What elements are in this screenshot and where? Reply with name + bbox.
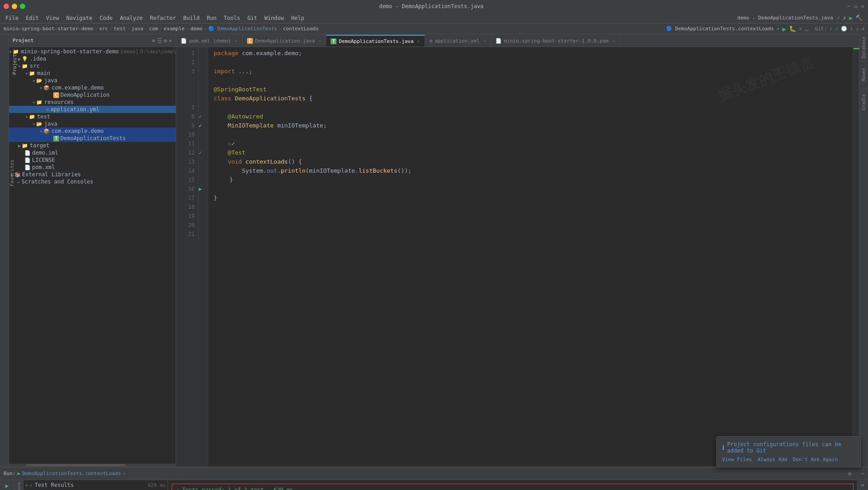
res-expand: ▾ [33, 100, 35, 105]
window-restore-icon[interactable]: ▭ [854, 3, 858, 9]
tab-pom-full[interactable]: 📄 minio-spring-boot-starter-1.0.0.pom ✕ [491, 35, 620, 47]
tree-scratches[interactable]: ✏ Scratches and Consoles [9, 178, 176, 185]
menu-file[interactable]: File [2, 14, 22, 22]
window-close-icon[interactable]: ✕ [861, 3, 864, 9]
run-play-tool[interactable]: ▶ [2, 482, 12, 490]
breadcrumb-example[interactable]: example [164, 26, 185, 32]
gradle-tab[interactable]: Gradle [859, 89, 868, 116]
run-play-button[interactable]: ▶ [782, 25, 786, 33]
tree-root[interactable]: ▾ 📁 minio-spring-boot-starter-demo [demo… [9, 48, 176, 55]
window-minimize-icon[interactable]: ─ [847, 3, 850, 9]
menu-window[interactable]: Window [261, 14, 287, 22]
tree-ext-libs[interactable]: ▶ 📚 External Libraries [9, 171, 176, 178]
breadcrumb-test[interactable]: test [114, 26, 126, 32]
tree-package[interactable]: ▾ 📦 com.example.demo [9, 84, 176, 91]
git-checkmark-icon[interactable]: ✓ [837, 14, 840, 21]
favorites-tab[interactable]: Favorites [9, 155, 15, 191]
menu-run[interactable]: Run [203, 14, 220, 22]
run-tab-close[interactable]: ✕ [123, 471, 126, 476]
tree-application-yml[interactable]: ⚙ application.yml [9, 106, 176, 113]
git-view-files-link[interactable]: View Files [722, 457, 752, 462]
pom-tab-close[interactable]: ✕ [235, 38, 238, 43]
tree-src[interactable]: ▾ 📁 src [9, 62, 176, 70]
menu-build[interactable]: Build [180, 14, 203, 22]
project-tab[interactable]: Project [12, 47, 18, 83]
tree-demo-app[interactable]: C DemoApplication [9, 91, 176, 99]
close-button[interactable] [4, 4, 9, 9]
git-dismiss-link[interactable]: Don't Ask Again [793, 457, 837, 462]
tab-pom[interactable]: 📄 pom.xml (demo) ✕ [176, 35, 243, 47]
yml-tab-close[interactable]: ✕ [483, 38, 486, 43]
maven-tab[interactable]: Maven [859, 61, 868, 89]
build-icon[interactable]: 🔨 [855, 14, 863, 21]
menu-navigate[interactable]: Navigate [63, 14, 96, 22]
menu-edit[interactable]: Edit [22, 14, 42, 22]
git-x-icon[interactable]: ✗ [843, 14, 846, 21]
breadcrumb-src[interactable]: src [99, 26, 108, 32]
tab-demo-tests[interactable]: T DemoApplicationTests.java ✕ [326, 35, 425, 47]
tree-idea[interactable]: ▶ 💡 .idea [9, 55, 176, 62]
breadcrumb-com[interactable]: com [149, 26, 158, 32]
breadcrumb-method[interactable]: contextLoads [283, 26, 318, 32]
tree-target[interactable]: ▶ 📁 target [9, 142, 176, 149]
run-config-bar: 🔵 DemoApplicationTests.contextLoads ▾ ▶ … [666, 25, 864, 33]
structure-tab[interactable]: Structure [14, 480, 23, 490]
tree-demo-iml[interactable]: 📄 demo.iml [9, 149, 176, 156]
panel-sort-icon[interactable]: ☰ [157, 38, 162, 44]
breadcrumb-project[interactable]: minio-spring-boot-starter-demo [4, 26, 93, 32]
git-push-icon[interactable]: ↑ [850, 26, 853, 32]
git-pull-icon[interactable]: ↓ [856, 26, 859, 32]
run-panel: Run: ▶ DemoApplicationTests.contextLoads… [0, 466, 868, 490]
menu-refactor[interactable]: Refactor [146, 14, 180, 22]
breadcrumb-demo[interactable]: demo [191, 26, 203, 32]
breadcrumb-class[interactable]: 🔵 DemoApplicationTests [208, 26, 277, 32]
tree-test-package[interactable]: ▾ 📦 com.example.demo [9, 127, 176, 135]
test-results-root[interactable]: ▾ ✓ Test Results 629 ms [23, 481, 168, 489]
menu-analyze[interactable]: Analyze [116, 14, 146, 22]
code-line-16: void contextLoads() { [214, 157, 853, 166]
right-scroll-gutter[interactable] [853, 47, 859, 466]
tree-demo-tests[interactable]: T DemoApplicationTests [9, 135, 176, 142]
git-x-header[interactable]: ✓ [835, 26, 839, 32]
tab-demo-app[interactable]: C DemoApplication.java ✕ [243, 35, 326, 47]
git-always-add-link[interactable]: Always Add [757, 457, 787, 462]
run-icon[interactable]: ▶ [849, 14, 853, 21]
test-label: test [37, 113, 50, 120]
menu-tools[interactable]: Tools [220, 14, 244, 22]
menu-code[interactable]: Code [96, 14, 117, 22]
tree-test[interactable]: ▾ 📁 test [9, 113, 176, 120]
pom-full-tab-close[interactable]: ✕ [612, 38, 615, 43]
run-config-dropdown[interactable]: ▾ [777, 26, 780, 32]
minimize-button[interactable] [12, 4, 17, 9]
tree-java[interactable]: ▾ 📂 java [9, 77, 176, 84]
demo-app-tab-close[interactable]: ✕ [318, 38, 321, 43]
project-scrollbar[interactable] [9, 464, 176, 466]
menu-help[interactable]: Help [288, 14, 308, 22]
database-tab[interactable]: Database [859, 34, 868, 61]
breadcrumb-java[interactable]: java [131, 26, 144, 32]
tree-pom[interactable]: 📄 pom.xml [9, 164, 176, 171]
debug-button[interactable]: 🐛 [789, 25, 796, 32]
tree-license[interactable]: 📄 LICENSE [9, 156, 176, 164]
panel-gear-icon[interactable]: ⚙ [164, 38, 167, 44]
panel-scroll-icon[interactable]: ⊕ [152, 38, 155, 44]
panel-close-icon[interactable]: ✕ [169, 38, 172, 44]
gutter-bracket [199, 203, 208, 212]
menu-view[interactable]: View [42, 14, 63, 22]
more-run-options[interactable]: … [805, 25, 809, 32]
git-checkmark-header[interactable]: ✓ [830, 26, 833, 32]
run-with-coverage-button[interactable]: ⚡ [799, 25, 803, 32]
tab-yml[interactable]: ⚙ application.yml ✕ [425, 35, 491, 47]
tests-tab-label: DemoApplicationTests.java [339, 38, 414, 44]
menu-git[interactable]: Git [244, 14, 261, 22]
tests-tab-close[interactable]: ✕ [417, 39, 420, 44]
code-line-7 [214, 76, 853, 85]
run-settings-icon[interactable]: ⚙ ─ [848, 471, 864, 477]
tree-resources[interactable]: ▾ 📁 resources [9, 99, 176, 106]
output-right-icon1[interactable]: ⇅ [860, 484, 866, 487]
tree-main[interactable]: ▾ 📁 main [9, 70, 176, 77]
code-editor[interactable]: 掘头发的王德贵 package com.example.demo; import… [208, 47, 853, 466]
maximize-button[interactable] [20, 4, 25, 9]
tree-test-java[interactable]: ▾ 📂 java [9, 120, 176, 127]
refresh-icon[interactable]: ↺ [861, 26, 864, 32]
